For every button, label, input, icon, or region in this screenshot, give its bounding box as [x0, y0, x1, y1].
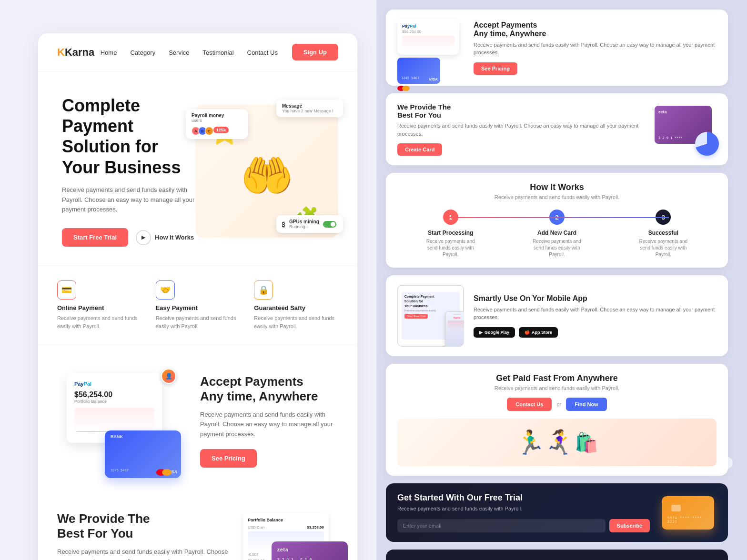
free-trial-form: Subscribe	[397, 519, 650, 532]
hero-title: Complete Payment Solution for Your Busin…	[62, 95, 195, 178]
best-for-you-text: We Provide The Best For You Receive paym…	[57, 511, 229, 560]
hero-illustration: 🤲 ⭐ 🧩 Payroll money users A B C	[195, 104, 338, 238]
hero-description: Receive payments and send funds easily w…	[62, 185, 195, 215]
step-title-3: Successful	[635, 230, 692, 236]
right-see-pricing-button[interactable]: See Pricing	[474, 62, 517, 75]
right-accept-card: PayPal $56,254.00 3245 5467 VISA Accept …	[386, 10, 728, 86]
or-label: or	[556, 398, 561, 411]
left-panel: KKarna Home Category Service Testimonial…	[0, 0, 376, 560]
right-create-card-button[interactable]: Create Card	[397, 143, 442, 156]
accept-payments-text: Accept Payments Any time, Anywhere Recei…	[200, 374, 338, 468]
play-icon: ▶	[136, 230, 151, 245]
right-panel: PayPal $56,254.00 3245 5467 VISA Accept …	[376, 0, 747, 560]
sm-bank-card: 3245 5467 VISA	[397, 58, 440, 84]
card-chip	[671, 505, 681, 511]
how-it-works-button[interactable]: ▶ How It Works	[136, 230, 194, 245]
right-accept-illustration: PayPal $56,254.00 3245 5467 VISA	[397, 19, 464, 76]
accept-payments-description: Receive payments and send funds easily w…	[200, 410, 338, 440]
running-person-2-icon: 🏃‍♀️	[545, 429, 575, 456]
hero-buttons: Start Free Trial ▶ How It Works	[62, 228, 195, 247]
apple-icon: 🍎	[525, 330, 530, 335]
best-for-you-title: We Provide The Best For You	[57, 511, 229, 541]
signup-button[interactable]: Sign Up	[292, 44, 338, 60]
right-accept-title: Accept Payments Any time, Anywhere	[474, 21, 717, 38]
step-desc-3: Receive payments and send funds easily w…	[635, 238, 692, 258]
features-section: 💳 Online Payment Receive payments and se…	[38, 266, 357, 345]
logo: KKarna	[57, 46, 94, 59]
step-title-1: Start Processing	[422, 230, 479, 236]
step-desc-2: Receive payments and send funds easily w…	[528, 238, 585, 258]
hero-section: Complete Payment Solution for Your Busin…	[38, 71, 357, 266]
app-store-button[interactable]: 🍎 App Store	[519, 327, 558, 338]
nav-testimonial[interactable]: Testimonial	[203, 49, 234, 56]
free-trial-title: Get Started With Our Free Trial	[397, 493, 650, 503]
feature-title: Online Payment	[57, 304, 141, 311]
feature-title: Guaranteed Safty	[254, 304, 338, 311]
donut-chart	[695, 132, 719, 156]
right-accept-text: Accept Payments Any time, Anywhere Recei…	[474, 21, 717, 75]
hero-text: Complete Payment Solution for Your Busin…	[62, 95, 195, 247]
easy-payment-icon: 🤝	[156, 280, 175, 300]
find-now-button[interactable]: Find Now	[566, 398, 607, 411]
balance-label: Portfolio Balance	[74, 399, 154, 404]
step-title-2: Add New Card	[528, 230, 585, 236]
step-desc-1: Receive payments and send funds easily w…	[422, 238, 479, 258]
subscribe-button[interactable]: Subscribe	[609, 519, 650, 532]
contact-us-button[interactable]: Contact Us	[507, 398, 552, 411]
hiw-step-2: 2 Add New Card Receive payments and send…	[528, 210, 585, 258]
get-paid-illustration: 🏃‍♂️ 🏃‍♀️ 🛍️	[397, 419, 717, 466]
step-number-1: 1	[443, 210, 458, 225]
get-paid-buttons: Contact Us or Find Now	[397, 398, 717, 411]
how-it-works-card: How It Works Receive payments and send f…	[386, 173, 728, 268]
online-payment-icon: 💳	[57, 280, 76, 300]
phone-visual: Karna	[445, 311, 464, 347]
nav-category[interactable]: Category	[130, 49, 155, 56]
get-paid-desc: Receive payments and send funds easily w…	[397, 385, 717, 391]
user-avatar: 👤	[161, 369, 176, 384]
mobile-app-title: Smartly Use On Yor Mobile App	[474, 294, 717, 303]
mobile-app-illustration: Complete Payment Solution for Your Busin…	[397, 285, 464, 347]
toggle-switch[interactable]	[323, 221, 336, 228]
logo-accent: K	[57, 46, 65, 58]
guaranteed-safety-icon: 🔒	[254, 280, 273, 300]
hiw-step-3: 3 Successful Receive payments and send f…	[635, 210, 692, 258]
free-trial-card: Get Started With Our Free Trial Receive …	[386, 483, 728, 542]
bg-decoration	[721, 457, 733, 469]
start-trial-button[interactable]: Start Free Trial	[62, 228, 128, 247]
right-best-desc: Receive payments and send funds easily w…	[397, 122, 645, 138]
right-best-text: We Provide The Best For You Receive paym…	[397, 103, 645, 156]
feature-guaranteed-safety: 🔒 Guaranteed Safty Receive payments and …	[254, 280, 338, 330]
zeta-credit-card: zeta 3 2 9 1 5 1 0	[272, 541, 348, 560]
nav-home[interactable]: Home	[101, 49, 117, 56]
card-logos	[397, 86, 464, 91]
feature-title: Easy Payment	[156, 304, 240, 311]
email-input[interactable]	[397, 519, 606, 532]
feature-desc: Receive payments and send funds easily w…	[156, 314, 240, 330]
right-best-title: We Provide The Best For You	[397, 103, 645, 119]
hiw-step-1: 1 Start Processing Receive payments and …	[422, 210, 479, 258]
nav-service[interactable]: Service	[169, 49, 189, 56]
balance-amount: $56,254.00	[74, 390, 154, 399]
orange-credit-card: 5974 **** **** 8221	[662, 496, 714, 530]
payment-logos	[156, 469, 172, 476]
navbar: KKarna Home Category Service Testimonial…	[38, 33, 357, 71]
get-paid-card: Get Paid Fast From Anywhere Receive paym…	[386, 364, 728, 476]
right-best-card: We Provide The Best For You Receive paym…	[386, 93, 728, 165]
free-trial-text: Get Started With Our Free Trial Receive …	[397, 493, 650, 532]
best-illustration: Portfolio Balance USD Coin $3,256.00 -0.…	[243, 513, 338, 560]
running-persons-icon: 🏃‍♂️	[515, 429, 545, 456]
store-buttons: ▶ Google Play 🍎 App Store	[474, 327, 717, 338]
zeta-illustration: Portfolio Balance USD Coin $3,256.00 -0.…	[243, 513, 338, 560]
google-play-button[interactable]: ▶ Google Play	[474, 327, 515, 338]
bitcoin-icon: ₿	[282, 220, 285, 228]
shopping-bag-icon: 🛍️	[575, 431, 598, 454]
feature-online-payment: 💳 Online Payment Receive payments and se…	[57, 280, 141, 330]
right-accept-desc: Receive payments and send funds easily w…	[474, 41, 717, 57]
right-best-illustration: zeta 3 2 9 1 **** Bal: $3,256.00 $3,256.…	[655, 106, 717, 153]
step-number-3: 3	[656, 210, 671, 225]
nav-links: Home Category Service Testimonial Contac…	[101, 48, 278, 57]
see-pricing-button[interactable]: See Pricing	[200, 449, 257, 468]
free-trial-desc: Receive payments and send funds easily w…	[397, 506, 650, 511]
nav-contact[interactable]: Contact Us	[247, 49, 278, 56]
free-trial-card-illustration: 5974 **** **** 8221	[659, 494, 717, 532]
